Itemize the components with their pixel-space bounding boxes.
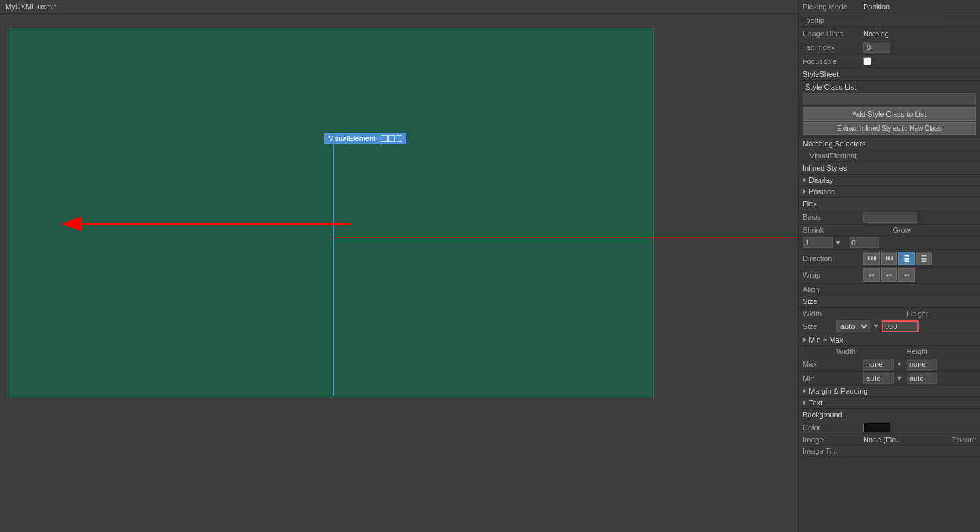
- size-height-input[interactable]: [882, 320, 919, 332]
- style-class-list-label-text: Style Class List: [805, 83, 856, 91]
- usage-hints-row: Usage Hints Nothing: [799, 27, 980, 40]
- direction-column-reverse-btn[interactable]: [916, 252, 932, 265]
- max-height-sublabel: Height: [907, 347, 977, 355]
- basis-input[interactable]: auto: [863, 212, 917, 223]
- shrink-input[interactable]: [803, 237, 833, 248]
- background-header[interactable]: Background: [799, 409, 980, 421]
- dir-row-rev-icon: [885, 254, 893, 263]
- align-label: Align: [803, 285, 863, 293]
- size-width-dropdown[interactable]: auto: [836, 320, 870, 332]
- style-class-list-section: Style Class List Add Style Class to List…: [799, 81, 980, 138]
- wrap-wrap-reverse-btn[interactable]: ↩: [898, 268, 915, 282]
- matching-selector-item: VisualElement: [799, 150, 980, 162]
- display-label: Display: [809, 176, 833, 184]
- max-width-dd[interactable]: ▼: [896, 361, 902, 367]
- svg-rect-4: [871, 256, 873, 260]
- style-class-input[interactable]: [803, 93, 976, 105]
- max-row: Max ▼: [799, 357, 980, 372]
- size-width-dropdown-arrow: ▼: [873, 323, 879, 330]
- svg-rect-8: [891, 256, 893, 260]
- direction-row: Direction: [799, 250, 980, 267]
- min-label: Min: [803, 374, 863, 382]
- wrap-wrap-btn[interactable]: ↩: [881, 268, 897, 282]
- tooltip-row: Tooltip: [799, 13, 980, 27]
- picking-mode-label: Picking Mode: [803, 3, 863, 11]
- max-height-input[interactable]: [907, 359, 937, 370]
- canvas-area: VisualElement: [0, 14, 798, 532]
- basis-label: Basis: [803, 213, 863, 221]
- max-width-sublabel: Width: [836, 347, 907, 355]
- shrink-dropdown-icon[interactable]: ▼: [834, 239, 842, 247]
- tab-index-row: Tab Index: [799, 40, 980, 55]
- max-width-input[interactable]: [863, 359, 894, 370]
- svg-rect-12: [922, 255, 927, 257]
- size-main-label: Size: [803, 322, 836, 330]
- image-tint-row: Image Tint: [799, 446, 980, 457]
- flex-header[interactable]: Flex: [799, 198, 980, 210]
- min-height-input[interactable]: [907, 373, 937, 384]
- svg-rect-13: [922, 258, 927, 260]
- min-max-label: Min ~ Max: [809, 336, 843, 344]
- svg-rect-11: [905, 260, 909, 262]
- min-max-header[interactable]: Min ~ Max: [799, 334, 980, 346]
- color-label: Color: [803, 423, 863, 432]
- position-subheader[interactable]: Position: [799, 186, 980, 198]
- svg-rect-5: [874, 256, 876, 260]
- direction-row-btn[interactable]: [863, 252, 880, 265]
- wrap-nowrap-btn[interactable]: ⇔: [863, 268, 880, 282]
- main-area: MyUXML.uxml* VisualElement: [0, 0, 798, 532]
- size-section-header[interactable]: Size: [799, 295, 980, 308]
- margin-padding-subheader[interactable]: Margin & Padding: [799, 386, 980, 397]
- min-width-input[interactable]: [863, 373, 894, 384]
- ve-icon-grid: [381, 135, 402, 142]
- panel-connector-line: [333, 237, 805, 239]
- direction-column-btn[interactable]: [898, 252, 915, 265]
- shrink-grow-labels: Shrink Grow: [799, 225, 980, 236]
- direction-row-reverse-btn[interactable]: [881, 252, 897, 265]
- min-row: Min ▼: [799, 372, 980, 386]
- add-style-button[interactable]: Add Style Class to List: [803, 107, 976, 121]
- size-label: Size: [803, 297, 817, 305]
- svg-rect-6: [886, 256, 888, 260]
- margin-padding-label: Margin & Padding: [809, 387, 867, 395]
- wrap-row: Wrap ⇔ ↩ ↩: [799, 267, 980, 284]
- basis-row: Basis auto: [799, 210, 980, 225]
- min-width-dd[interactable]: ▼: [896, 375, 902, 382]
- flex-label: Flex: [803, 200, 817, 208]
- svg-rect-3: [868, 256, 870, 260]
- svg-rect-9: [905, 255, 909, 257]
- picking-mode-value: Position: [863, 3, 976, 11]
- text-triangle: [803, 400, 806, 405]
- focusable-row: Focusable: [799, 55, 980, 68]
- color-row: Color: [799, 421, 980, 434]
- direction-buttons: [863, 252, 932, 265]
- margin-padding-triangle: [803, 388, 806, 394]
- max-row-labels: Width Height: [799, 346, 980, 357]
- focusable-checkbox[interactable]: [863, 57, 871, 65]
- svg-rect-10: [905, 258, 909, 260]
- text-subheader[interactable]: Text: [799, 397, 980, 409]
- usage-hints-label: Usage Hints: [803, 30, 863, 38]
- grow-input[interactable]: [849, 237, 879, 248]
- ve-label-text: VisualElement: [328, 134, 375, 142]
- tab-index-input[interactable]: [863, 42, 890, 53]
- extract-styles-button[interactable]: Extract Inlined Styles to New Class: [803, 122, 976, 135]
- visual-element-tag[interactable]: VisualElement: [324, 133, 406, 144]
- right-panel: Picking Mode Position Tooltip Usage Hint…: [798, 0, 980, 532]
- stylesheet-header[interactable]: StyleSheet: [799, 68, 980, 81]
- dir-row-icon: [867, 254, 876, 263]
- display-subheader[interactable]: Display: [799, 175, 980, 186]
- picking-mode-row: Picking Mode Position: [799, 0, 980, 13]
- matching-selectors-label: Matching Selectors: [803, 140, 866, 148]
- shrink-grow-row: ▼: [799, 236, 980, 250]
- color-swatch[interactable]: [863, 423, 890, 432]
- svg-rect-14: [922, 260, 927, 262]
- tooltip-label: Tooltip: [803, 16, 863, 24]
- tooltip-input[interactable]: [863, 16, 944, 25]
- grow-label: Grow: [893, 226, 977, 234]
- svg-rect-7: [888, 256, 890, 260]
- visual-element-line: [333, 140, 334, 396]
- inlined-styles-header[interactable]: Inlined Styles: [799, 162, 980, 175]
- matching-selectors-header[interactable]: Matching Selectors: [799, 138, 980, 150]
- image-tint-label: Image Tint: [803, 447, 863, 455]
